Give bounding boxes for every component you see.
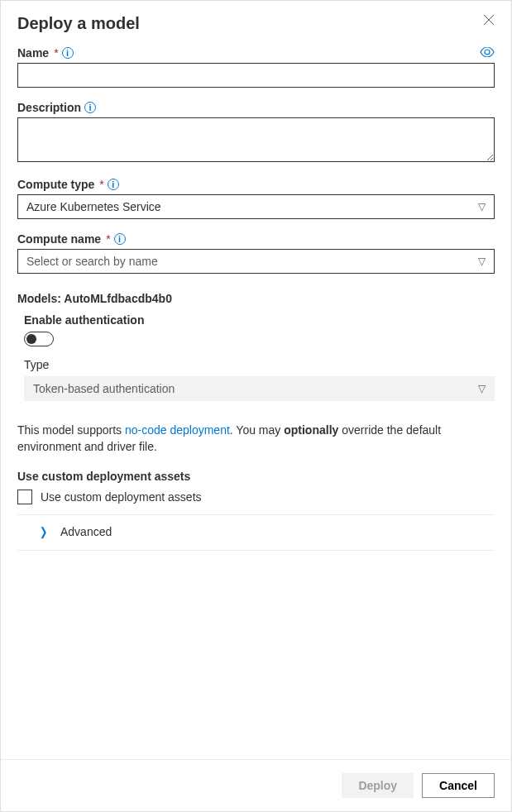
advanced-toggle[interactable]: ❯ Advanced [17,514,495,551]
chevron-right-icon: ❯ [40,525,48,538]
close-button[interactable] [483,14,495,29]
panel-header: Deploy a model [1,1,511,40]
description-label: Description [17,101,81,114]
toggle-knob [26,334,36,344]
chevron-down-icon: ▽ [478,201,486,213]
panel-body: Name * i Description i Compute type * i [1,40,511,759]
name-label: Name [17,46,49,60]
compute-type-select[interactable]: Azure Kubernetes Service ▽ [17,194,495,219]
chevron-down-icon: ▽ [478,383,486,394]
compute-type-label: Compute type [17,178,94,191]
description-input[interactable] [17,117,495,162]
description-field: Description i [17,101,495,165]
custom-assets-heading: Use custom deployment assets [17,470,495,483]
required-mark: * [54,46,58,60]
auth-toggle[interactable] [24,332,54,346]
chevron-down-icon: ▽ [478,256,486,267]
required-mark: * [99,178,103,191]
compute-name-placeholder: Select or search by name [26,255,158,268]
auth-toggle-label: Enable authentication [24,313,495,327]
compute-type-field: Compute type * i Azure Kubernetes Servic… [17,178,495,219]
name-field: Name * i [17,46,495,88]
preview-icon[interactable] [480,46,495,60]
auth-type-select: Token-based authentication ▽ [24,376,495,401]
no-code-link[interactable]: no-code deployment [125,423,230,437]
compute-name-select[interactable]: Select or search by name ▽ [17,249,495,274]
no-code-info: This model supports no-code deployment. … [17,423,495,455]
compute-type-value: Azure Kubernetes Service [26,200,161,213]
cancel-button[interactable]: Cancel [422,773,495,798]
auth-type-label: Type [24,358,495,371]
required-mark: * [106,232,110,246]
panel-footer: Deploy Cancel [1,759,511,811]
custom-assets-label: Use custom deployment assets [41,490,202,504]
auth-section: Enable authentication Type Token-based a… [17,313,495,401]
custom-assets-checkbox[interactable] [17,490,32,504]
compute-name-field: Compute name * i Select or search by nam… [17,232,495,274]
auth-type-value: Token-based authentication [33,382,175,395]
info-icon[interactable]: i [62,47,74,59]
info-icon[interactable]: i [108,179,119,190]
advanced-label: Advanced [60,525,112,538]
custom-assets-row: Use custom deployment assets [17,490,495,504]
models-heading: Models: AutoMLfdbacdb4b0 [17,292,495,305]
info-icon[interactable]: i [114,233,126,245]
close-icon [483,14,495,26]
info-icon[interactable]: i [84,102,96,113]
deploy-button: Deploy [342,773,414,798]
panel-title: Deploy a model [17,14,140,33]
compute-name-label: Compute name [17,232,101,246]
name-input[interactable] [17,63,495,88]
